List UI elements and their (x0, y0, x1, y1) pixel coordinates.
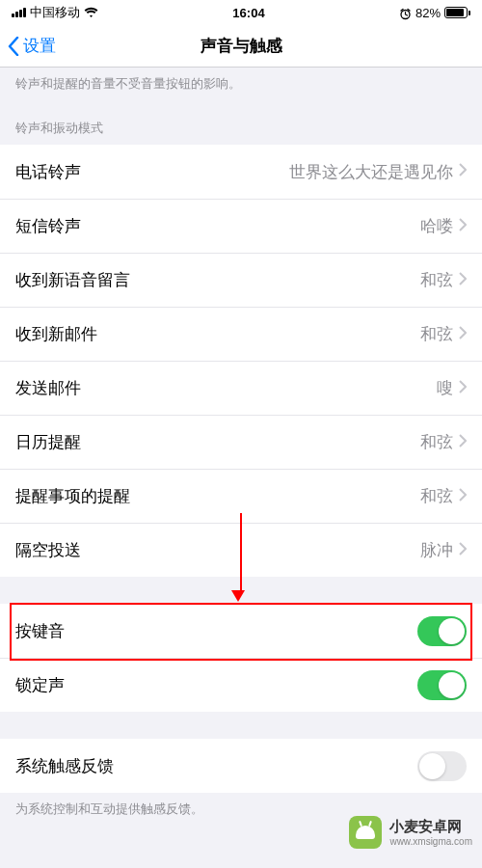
row-label: 按键音 (15, 620, 65, 642)
alarm-icon (399, 5, 412, 19)
row-value: 世界这么大还是遇见你 (81, 161, 453, 183)
row-label: 收到新语音留言 (15, 269, 130, 291)
key-clicks-toggle[interactable] (417, 616, 467, 646)
back-button[interactable]: 设置 (8, 35, 56, 57)
row-lock-sound: 锁定声 (0, 658, 482, 712)
row-label: 锁定声 (15, 674, 65, 696)
row-label: 短信铃声 (15, 215, 81, 237)
row-label: 收到新邮件 (15, 323, 97, 345)
lock-sound-toggle[interactable] (417, 670, 467, 700)
status-right: 82% (399, 5, 470, 19)
haptics-list: 系统触感反馈 (0, 739, 482, 793)
chevron-right-icon (459, 542, 467, 559)
row-label: 日历提醒 (15, 431, 81, 453)
row-sent-mail[interactable]: 发送邮件 嗖 (0, 361, 482, 415)
page-title: 声音与触感 (201, 35, 282, 57)
row-value: 和弦 (130, 269, 453, 291)
sound-patterns-list: 电话铃声 世界这么大还是遇见你 短信铃声 哈喽 收到新语音留言 和弦 收到新邮件… (0, 145, 482, 577)
battery-percent: 82% (415, 6, 441, 20)
row-label: 隔空投送 (15, 539, 81, 561)
chevron-right-icon (459, 488, 467, 505)
carrier-label: 中国移动 (30, 4, 80, 21)
chevron-right-icon (459, 434, 467, 451)
row-value: 哈喽 (81, 215, 453, 237)
nav-bar: 设置 声音与触感 (0, 25, 482, 68)
system-haptics-toggle[interactable] (417, 751, 467, 781)
chevron-right-icon (459, 326, 467, 343)
row-text-tone[interactable]: 短信铃声 哈喽 (0, 199, 482, 253)
chevron-right-icon (459, 380, 467, 397)
watermark: 小麦安卓网 www.xmsigma.com (349, 816, 472, 849)
row-system-haptics: 系统触感反馈 (0, 739, 482, 793)
chevron-right-icon (459, 218, 467, 235)
row-airdrop[interactable]: 隔空投送 脉冲 (0, 523, 482, 577)
status-time: 16:04 (232, 6, 264, 20)
row-value: 脉冲 (81, 539, 453, 561)
watermark-url: www.xmsigma.com (389, 836, 472, 847)
watermark-text: 小麦安卓网 www.xmsigma.com (389, 818, 472, 847)
row-key-clicks: 按键音 (0, 604, 482, 658)
wifi-icon (84, 7, 98, 18)
row-ringtone[interactable]: 电话铃声 世界这么大还是遇见你 (0, 145, 482, 199)
status-left: 中国移动 (12, 4, 98, 21)
chevron-right-icon (459, 272, 467, 289)
chevron-right-icon (459, 163, 467, 180)
row-value: 嗖 (81, 377, 453, 399)
row-voicemail[interactable]: 收到新语音留言 和弦 (0, 253, 482, 307)
row-calendar[interactable]: 日历提醒 和弦 (0, 415, 482, 469)
section-header-patterns: 铃声和振动模式 (0, 104, 482, 145)
row-label: 发送邮件 (15, 377, 81, 399)
row-new-mail[interactable]: 收到新邮件 和弦 (0, 307, 482, 361)
row-label: 提醒事项的提醒 (15, 485, 130, 507)
row-reminders[interactable]: 提醒事项的提醒 和弦 (0, 469, 482, 523)
back-label: 设置 (23, 35, 56, 57)
row-label: 电话铃声 (15, 161, 81, 183)
keyboard-sounds-list: 按键音 锁定声 (0, 604, 482, 712)
row-value: 和弦 (97, 323, 453, 345)
row-value: 和弦 (130, 485, 453, 507)
cellular-signal-icon (12, 8, 26, 17)
volume-note: 铃声和提醒的音量不受音量按钮的影响。 (0, 68, 482, 104)
scroll-area[interactable]: 铃声和提醒的音量不受音量按钮的影响。 铃声和振动模式 电话铃声 世界这么大还是遇… (0, 68, 482, 868)
row-label: 系统触感反馈 (15, 755, 114, 777)
watermark-logo-icon (349, 816, 382, 849)
chevron-left-icon (8, 37, 19, 56)
battery-icon (444, 7, 470, 18)
status-bar: 中国移动 16:04 82% (0, 0, 482, 25)
row-value: 和弦 (81, 431, 453, 453)
watermark-title: 小麦安卓网 (389, 818, 472, 836)
